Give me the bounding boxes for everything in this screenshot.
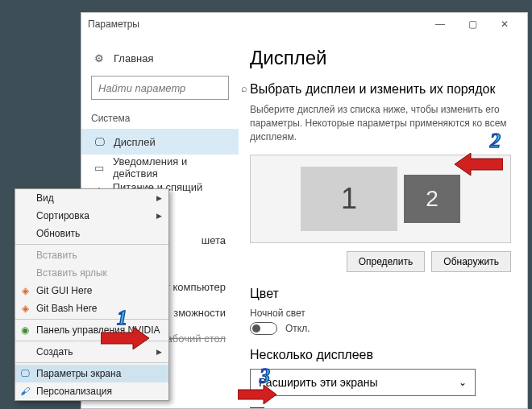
gear-icon: ⚙ <box>93 52 106 64</box>
sidebar-home-label: Главная <box>114 52 153 64</box>
color-heading: Цвет <box>250 287 511 301</box>
personalize-icon: 🖌 <box>19 386 31 397</box>
annotation-badge-2: 2 <box>490 129 501 153</box>
sidebar-item-label: Дисплей <box>114 136 156 148</box>
annotation-arrow-1 <box>101 327 149 349</box>
nightlight-label: Ночной свет <box>250 308 511 319</box>
ctx-personalize[interactable]: 🖌Персонализация <box>15 382 168 400</box>
nightlight-toggle[interactable] <box>250 322 277 335</box>
sidebar-item-notifications[interactable]: ▭ Уведомления и действия <box>91 155 229 180</box>
annotation-arrow-3 <box>238 385 276 404</box>
checkbox-label: Сделать основным дисплеем <box>272 407 449 408</box>
toggle-state: Откл. <box>285 323 310 334</box>
sidebar-section-label: Система <box>91 113 229 124</box>
detect-button[interactable]: Обнаружить <box>431 251 511 272</box>
ctx-sort[interactable]: Сортировка▶ <box>15 207 168 225</box>
annotation-arrow-2 <box>455 153 503 176</box>
titlebar: Параметры — ▢ ✕ <box>81 13 527 35</box>
svg-marker-0 <box>101 327 149 349</box>
chevron-right-icon: ▶ <box>156 194 162 202</box>
help-text: Выберите дисплей из списка ниже, чтобы и… <box>250 103 511 143</box>
ctx-paste: Вставить <box>15 246 168 264</box>
close-button[interactable]: ✕ <box>488 19 521 30</box>
identify-button[interactable]: Определить <box>347 251 426 272</box>
nvidia-icon: ◉ <box>19 324 31 336</box>
sidebar-item-label: Уведомления и действия <box>113 155 227 180</box>
monitor-2[interactable]: 2 <box>404 175 460 223</box>
search-input[interactable] <box>92 82 241 94</box>
annotation-badge-3: 3 <box>260 364 270 388</box>
main-panel: Дисплей Выбрать дисплеи и изменить их по… <box>239 35 527 408</box>
annotation-badge-1: 1 <box>117 306 127 330</box>
ctx-refresh[interactable]: Обновить <box>15 225 168 242</box>
search-box[interactable]: ⌕ <box>91 76 229 100</box>
ctx-paste-shortcut: Вставить ярлык <box>15 264 168 282</box>
git-icon: ◈ <box>19 285 31 296</box>
ctx-git-gui[interactable]: ◈Git GUI Here <box>15 282 168 300</box>
multiple-displays-heading: Несколько дисплеев <box>250 348 511 362</box>
sidebar-item-label: зможности <box>173 307 226 319</box>
monitor-icon: 🖵 <box>19 368 31 379</box>
make-main-display-checkbox[interactable] <box>250 407 264 408</box>
dropdown-value: Расширить эти экраны <box>259 376 378 389</box>
window-title: Параметры <box>88 19 139 30</box>
page-title: Дисплей <box>250 47 511 69</box>
git-icon: ◈ <box>19 303 31 314</box>
sidebar-item-label: шета <box>202 234 226 246</box>
chevron-right-icon: ▶ <box>156 348 162 356</box>
notifications-icon: ▭ <box>93 161 105 174</box>
ctx-view[interactable]: Вид▶ <box>15 189 168 207</box>
chevron-down-icon: ⌄ <box>459 377 467 388</box>
monitor-icon: 🖵 <box>93 135 106 148</box>
monitor-1[interactable]: 1 <box>301 167 397 231</box>
sidebar-item-display[interactable]: 🖵 Дисплей <box>81 129 239 155</box>
minimize-button[interactable]: — <box>424 19 456 30</box>
ctx-display-settings[interactable]: 🖵Параметры экрана <box>15 365 168 382</box>
svg-marker-1 <box>455 153 503 176</box>
sidebar-home[interactable]: ⚙ Главная <box>91 45 229 71</box>
chevron-right-icon: ▶ <box>156 212 162 220</box>
select-displays-heading: Выбрать дисплеи и изменить их порядок <box>250 82 511 97</box>
desktop-context-menu: Вид▶ Сортировка▶ Обновить Вставить Встав… <box>15 188 169 401</box>
sidebar-item-label: рабочий стол <box>160 333 226 345</box>
maximize-button[interactable]: ▢ <box>456 19 488 30</box>
multiple-displays-dropdown[interactable]: Расширить эти экраны ⌄ <box>250 369 476 396</box>
ctx-git-bash[interactable]: ◈Git Bash Here <box>15 300 168 317</box>
svg-marker-2 <box>238 385 276 404</box>
